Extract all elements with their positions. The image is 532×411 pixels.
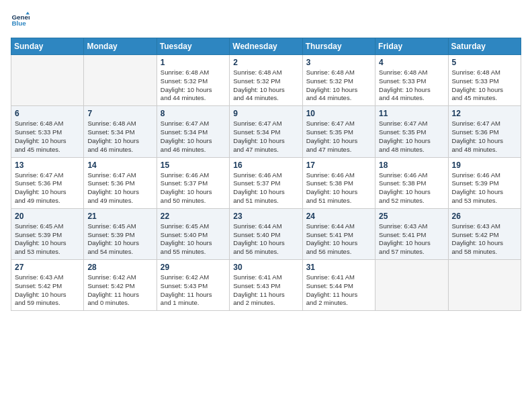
day-number: 11 <box>379 109 444 118</box>
day-number: 15 <box>161 161 226 170</box>
calendar-header-row: SundayMondayTuesdayWednesdayThursdayFrid… <box>11 38 521 55</box>
calendar-cell: 27Sunrise: 6:43 AM Sunset: 5:42 PM Dayli… <box>11 260 84 311</box>
day-number: 20 <box>15 212 80 221</box>
calendar-cell: 22Sunrise: 6:45 AM Sunset: 5:40 PM Dayli… <box>157 208 229 259</box>
day-number: 21 <box>87 212 152 221</box>
day-info: Sunrise: 6:46 AM Sunset: 5:37 PM Dayligh… <box>233 171 298 205</box>
day-number: 27 <box>15 263 80 272</box>
col-header-saturday: Saturday <box>448 38 521 55</box>
day-number: 31 <box>306 263 371 272</box>
calendar-cell <box>375 260 448 311</box>
day-number: 1 <box>161 58 226 67</box>
calendar-cell: 7Sunrise: 6:48 AM Sunset: 5:34 PM Daylig… <box>84 106 157 157</box>
calendar-cell: 13Sunrise: 6:47 AM Sunset: 5:36 PM Dayli… <box>11 157 84 208</box>
day-info: Sunrise: 6:47 AM Sunset: 5:34 PM Dayligh… <box>161 120 226 154</box>
day-number: 14 <box>87 161 152 170</box>
calendar-cell: 2Sunrise: 6:48 AM Sunset: 5:32 PM Daylig… <box>230 55 302 106</box>
day-info: Sunrise: 6:47 AM Sunset: 5:35 PM Dayligh… <box>379 120 444 154</box>
calendar-cell: 4Sunrise: 6:48 AM Sunset: 5:33 PM Daylig… <box>375 55 448 106</box>
day-info: Sunrise: 6:48 AM Sunset: 5:32 PM Dayligh… <box>233 68 298 103</box>
day-number: 4 <box>379 58 444 67</box>
calendar-cell: 10Sunrise: 6:47 AM Sunset: 5:35 PM Dayli… <box>302 106 375 157</box>
calendar-week-row: 1Sunrise: 6:48 AM Sunset: 5:32 PM Daylig… <box>11 55 521 106</box>
calendar-week-row: 6Sunrise: 6:48 AM Sunset: 5:33 PM Daylig… <box>11 106 521 157</box>
day-number: 17 <box>306 161 371 170</box>
calendar-week-row: 20Sunrise: 6:45 AM Sunset: 5:39 PM Dayli… <box>11 208 521 259</box>
day-info: Sunrise: 6:48 AM Sunset: 5:33 PM Dayligh… <box>379 68 444 103</box>
day-info: Sunrise: 6:48 AM Sunset: 5:32 PM Dayligh… <box>161 68 226 103</box>
day-number: 10 <box>306 109 371 118</box>
calendar-cell: 30Sunrise: 6:41 AM Sunset: 5:43 PM Dayli… <box>230 260 302 311</box>
day-info: Sunrise: 6:45 AM Sunset: 5:39 PM Dayligh… <box>15 222 80 257</box>
day-info: Sunrise: 6:47 AM Sunset: 5:36 PM Dayligh… <box>452 120 517 154</box>
day-info: Sunrise: 6:46 AM Sunset: 5:37 PM Dayligh… <box>161 171 226 205</box>
day-info: Sunrise: 6:45 AM Sunset: 5:39 PM Dayligh… <box>87 222 152 257</box>
day-info: Sunrise: 6:48 AM Sunset: 5:34 PM Dayligh… <box>87 120 152 154</box>
calendar-cell: 6Sunrise: 6:48 AM Sunset: 5:33 PM Daylig… <box>11 106 84 157</box>
day-number: 2 <box>233 58 298 67</box>
page-header: General Blue <box>11 11 521 30</box>
calendar-cell: 11Sunrise: 6:47 AM Sunset: 5:35 PM Dayli… <box>375 106 448 157</box>
col-header-monday: Monday <box>84 38 157 55</box>
col-header-friday: Friday <box>375 38 448 55</box>
day-number: 24 <box>306 212 371 221</box>
day-number: 13 <box>15 161 80 170</box>
day-info: Sunrise: 6:48 AM Sunset: 5:32 PM Dayligh… <box>306 68 371 103</box>
calendar-cell: 19Sunrise: 6:46 AM Sunset: 5:39 PM Dayli… <box>448 157 521 208</box>
day-info: Sunrise: 6:42 AM Sunset: 5:42 PM Dayligh… <box>87 273 152 308</box>
day-number: 26 <box>452 212 517 221</box>
day-info: Sunrise: 6:41 AM Sunset: 5:43 PM Dayligh… <box>233 273 298 308</box>
calendar-cell: 1Sunrise: 6:48 AM Sunset: 5:32 PM Daylig… <box>157 55 229 106</box>
calendar-week-row: 27Sunrise: 6:43 AM Sunset: 5:42 PM Dayli… <box>11 260 521 311</box>
calendar-cell: 31Sunrise: 6:41 AM Sunset: 5:44 PM Dayli… <box>302 260 375 311</box>
calendar-cell: 26Sunrise: 6:43 AM Sunset: 5:42 PM Dayli… <box>448 208 521 259</box>
day-number: 7 <box>87 109 152 118</box>
day-number: 25 <box>379 212 444 221</box>
day-info: Sunrise: 6:48 AM Sunset: 5:33 PM Dayligh… <box>452 68 517 103</box>
calendar-cell: 8Sunrise: 6:47 AM Sunset: 5:34 PM Daylig… <box>157 106 229 157</box>
day-info: Sunrise: 6:46 AM Sunset: 5:38 PM Dayligh… <box>379 171 444 205</box>
calendar-cell: 17Sunrise: 6:46 AM Sunset: 5:38 PM Dayli… <box>302 157 375 208</box>
day-number: 22 <box>161 212 226 221</box>
col-header-wednesday: Wednesday <box>230 38 302 55</box>
day-info: Sunrise: 6:48 AM Sunset: 5:33 PM Dayligh… <box>15 120 80 154</box>
day-info: Sunrise: 6:44 AM Sunset: 5:41 PM Dayligh… <box>306 222 371 257</box>
calendar-table: SundayMondayTuesdayWednesdayThursdayFrid… <box>11 38 521 311</box>
day-number: 30 <box>233 263 298 272</box>
day-info: Sunrise: 6:47 AM Sunset: 5:34 PM Dayligh… <box>233 120 298 154</box>
calendar-cell: 24Sunrise: 6:44 AM Sunset: 5:41 PM Dayli… <box>302 208 375 259</box>
calendar-cell: 15Sunrise: 6:46 AM Sunset: 5:37 PM Dayli… <box>157 157 229 208</box>
col-header-sunday: Sunday <box>11 38 84 55</box>
calendar-cell <box>448 260 521 311</box>
day-info: Sunrise: 6:42 AM Sunset: 5:43 PM Dayligh… <box>161 273 226 308</box>
day-number: 23 <box>233 212 298 221</box>
day-number: 12 <box>452 109 517 118</box>
calendar-cell: 29Sunrise: 6:42 AM Sunset: 5:43 PM Dayli… <box>157 260 229 311</box>
day-number: 28 <box>87 263 152 272</box>
day-info: Sunrise: 6:43 AM Sunset: 5:42 PM Dayligh… <box>15 273 80 308</box>
day-number: 8 <box>161 109 226 118</box>
day-number: 3 <box>306 58 371 67</box>
calendar-cell <box>84 55 157 106</box>
calendar-cell: 12Sunrise: 6:47 AM Sunset: 5:36 PM Dayli… <box>448 106 521 157</box>
day-info: Sunrise: 6:43 AM Sunset: 5:42 PM Dayligh… <box>452 222 517 257</box>
day-number: 19 <box>452 161 517 170</box>
day-info: Sunrise: 6:41 AM Sunset: 5:44 PM Dayligh… <box>306 273 371 308</box>
day-info: Sunrise: 6:43 AM Sunset: 5:41 PM Dayligh… <box>379 222 444 257</box>
day-info: Sunrise: 6:45 AM Sunset: 5:40 PM Dayligh… <box>161 222 226 257</box>
svg-text:Blue: Blue <box>11 19 26 27</box>
day-number: 18 <box>379 161 444 170</box>
day-number: 16 <box>233 161 298 170</box>
day-number: 29 <box>161 263 226 272</box>
calendar-cell: 5Sunrise: 6:48 AM Sunset: 5:33 PM Daylig… <box>448 55 521 106</box>
calendar-cell: 14Sunrise: 6:47 AM Sunset: 5:36 PM Dayli… <box>84 157 157 208</box>
day-info: Sunrise: 6:47 AM Sunset: 5:36 PM Dayligh… <box>15 171 80 205</box>
col-header-thursday: Thursday <box>302 38 375 55</box>
calendar-cell: 18Sunrise: 6:46 AM Sunset: 5:38 PM Dayli… <box>375 157 448 208</box>
day-info: Sunrise: 6:44 AM Sunset: 5:40 PM Dayligh… <box>233 222 298 257</box>
day-info: Sunrise: 6:46 AM Sunset: 5:39 PM Dayligh… <box>452 171 517 205</box>
day-info: Sunrise: 6:47 AM Sunset: 5:35 PM Dayligh… <box>306 120 371 154</box>
calendar-cell: 9Sunrise: 6:47 AM Sunset: 5:34 PM Daylig… <box>230 106 302 157</box>
day-number: 5 <box>452 58 517 67</box>
calendar-cell: 20Sunrise: 6:45 AM Sunset: 5:39 PM Dayli… <box>11 208 84 259</box>
